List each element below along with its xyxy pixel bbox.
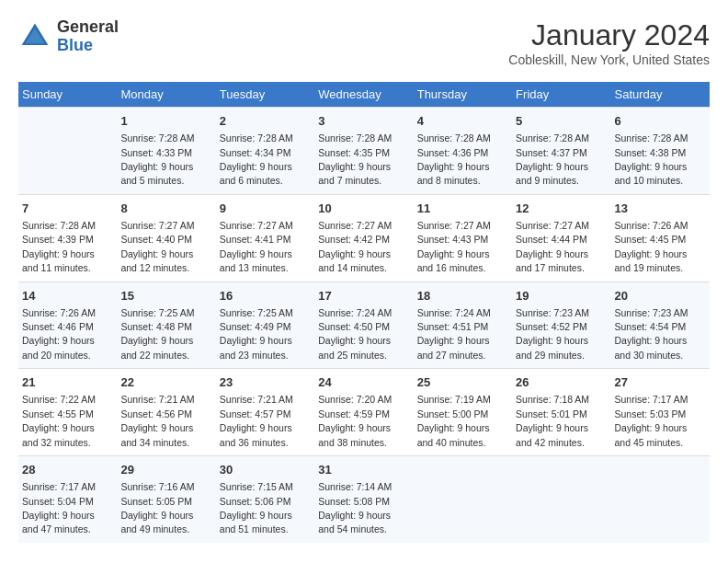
day-number: 29 <box>120 462 211 478</box>
calendar-cell: 2Sunrise: 7:28 AM Sunset: 4:34 PM Daylig… <box>216 108 314 195</box>
weekday-header-tuesday: Tuesday <box>216 82 314 108</box>
calendar-cell: 13Sunrise: 7:26 AM Sunset: 4:45 PM Dayli… <box>611 194 710 282</box>
day-number: 22 <box>120 374 211 391</box>
day-info: Sunrise: 7:25 AM Sunset: 4:49 PM Dayligh… <box>220 307 293 361</box>
day-number: 14 <box>22 288 113 304</box>
day-number: 7 <box>22 201 113 217</box>
day-info: Sunrise: 7:18 AM Sunset: 5:01 PM Dayligh… <box>516 394 589 447</box>
day-info: Sunrise: 7:27 AM Sunset: 4:44 PM Dayligh… <box>516 220 589 273</box>
day-number: 6 <box>615 113 706 130</box>
day-info: Sunrise: 7:27 AM Sunset: 4:42 PM Dayligh… <box>318 220 392 273</box>
day-info: Sunrise: 7:24 AM Sunset: 4:51 PM Dayligh… <box>417 307 491 361</box>
day-info: Sunrise: 7:27 AM Sunset: 4:41 PM Dayligh… <box>220 220 293 273</box>
day-info: Sunrise: 7:15 AM Sunset: 5:06 PM Dayligh… <box>220 481 293 534</box>
location-text: Cobleskill, New York, United States <box>508 52 710 67</box>
day-number: 5 <box>516 113 607 130</box>
day-info: Sunrise: 7:27 AM Sunset: 4:43 PM Dayligh… <box>417 220 491 273</box>
day-number: 15 <box>120 288 211 304</box>
day-info: Sunrise: 7:28 AM Sunset: 4:33 PM Dayligh… <box>120 132 194 186</box>
calendar-cell: 17Sunrise: 7:24 AM Sunset: 4:50 PM Dayli… <box>314 282 413 369</box>
day-number: 23 <box>220 374 311 391</box>
weekday-header-sunday: Sunday <box>18 82 117 108</box>
weekday-header-saturday: Saturday <box>611 82 710 108</box>
day-number: 24 <box>318 374 409 391</box>
day-info: Sunrise: 7:23 AM Sunset: 4:54 PM Dayligh… <box>615 307 688 361</box>
day-number: 25 <box>417 374 508 391</box>
day-info: Sunrise: 7:26 AM Sunset: 4:45 PM Dayligh… <box>615 220 688 273</box>
calendar-cell: 7Sunrise: 7:28 AM Sunset: 4:39 PM Daylig… <box>18 194 117 282</box>
calendar-week-row: 28Sunrise: 7:17 AM Sunset: 5:04 PM Dayli… <box>18 456 710 543</box>
day-number: 4 <box>417 113 508 130</box>
title-block: January 2024 Cobleskill, New York, Unite… <box>508 18 710 67</box>
day-info: Sunrise: 7:25 AM Sunset: 4:48 PM Dayligh… <box>120 307 194 361</box>
day-info: Sunrise: 7:14 AM Sunset: 5:08 PM Dayligh… <box>318 481 392 534</box>
calendar-week-row: 14Sunrise: 7:26 AM Sunset: 4:46 PM Dayli… <box>18 282 710 369</box>
day-info: Sunrise: 7:28 AM Sunset: 4:39 PM Dayligh… <box>22 220 96 273</box>
calendar-cell: 22Sunrise: 7:21 AM Sunset: 4:56 PM Dayli… <box>117 369 215 456</box>
day-number: 11 <box>417 201 508 217</box>
day-number: 17 <box>318 288 409 304</box>
day-number: 16 <box>220 288 311 304</box>
day-number: 26 <box>516 374 607 391</box>
calendar-cell: 11Sunrise: 7:27 AM Sunset: 4:43 PM Dayli… <box>414 194 512 282</box>
weekday-header-wednesday: Wednesday <box>314 82 413 108</box>
calendar-week-row: 21Sunrise: 7:22 AM Sunset: 4:55 PM Dayli… <box>18 369 710 456</box>
calendar-week-row: 7Sunrise: 7:28 AM Sunset: 4:39 PM Daylig… <box>18 194 710 282</box>
calendar-cell: 5Sunrise: 7:28 AM Sunset: 4:37 PM Daylig… <box>512 108 610 195</box>
calendar-cell: 24Sunrise: 7:20 AM Sunset: 4:59 PM Dayli… <box>314 369 413 456</box>
day-info: Sunrise: 7:20 AM Sunset: 4:59 PM Dayligh… <box>318 394 392 447</box>
day-info: Sunrise: 7:21 AM Sunset: 4:56 PM Dayligh… <box>120 394 194 447</box>
day-number: 30 <box>220 462 311 478</box>
day-info: Sunrise: 7:16 AM Sunset: 5:05 PM Dayligh… <box>120 481 194 534</box>
calendar-cell: 30Sunrise: 7:15 AM Sunset: 5:06 PM Dayli… <box>216 456 314 543</box>
calendar-cell <box>414 456 512 543</box>
calendar-cell: 29Sunrise: 7:16 AM Sunset: 5:05 PM Dayli… <box>117 456 215 543</box>
calendar-cell: 9Sunrise: 7:27 AM Sunset: 4:41 PM Daylig… <box>216 194 314 282</box>
day-info: Sunrise: 7:27 AM Sunset: 4:40 PM Dayligh… <box>120 220 194 273</box>
calendar-cell: 27Sunrise: 7:17 AM Sunset: 5:03 PM Dayli… <box>611 369 710 456</box>
day-number: 28 <box>22 462 113 478</box>
logo-text: General Blue <box>57 18 119 55</box>
day-info: Sunrise: 7:17 AM Sunset: 5:04 PM Dayligh… <box>22 481 96 534</box>
calendar-week-row: 1Sunrise: 7:28 AM Sunset: 4:33 PM Daylig… <box>18 108 710 195</box>
day-number: 19 <box>516 288 607 304</box>
day-number: 20 <box>615 288 706 304</box>
day-info: Sunrise: 7:28 AM Sunset: 4:35 PM Dayligh… <box>318 132 392 186</box>
calendar-cell: 28Sunrise: 7:17 AM Sunset: 5:04 PM Dayli… <box>18 456 117 543</box>
day-number: 9 <box>220 201 311 217</box>
calendar-cell <box>18 108 117 195</box>
day-info: Sunrise: 7:17 AM Sunset: 5:03 PM Dayligh… <box>615 394 688 447</box>
day-info: Sunrise: 7:23 AM Sunset: 4:52 PM Dayligh… <box>516 307 589 361</box>
calendar-cell <box>512 456 610 543</box>
calendar-cell: 21Sunrise: 7:22 AM Sunset: 4:55 PM Dayli… <box>18 369 117 456</box>
day-number: 8 <box>120 201 211 217</box>
weekday-header-thursday: Thursday <box>414 82 512 108</box>
logo-general-text: General <box>57 18 119 37</box>
day-info: Sunrise: 7:28 AM Sunset: 4:37 PM Dayligh… <box>516 132 589 186</box>
calendar-cell: 4Sunrise: 7:28 AM Sunset: 4:36 PM Daylig… <box>414 108 512 195</box>
day-number: 1 <box>120 113 211 130</box>
calendar-cell <box>611 456 710 543</box>
day-number: 3 <box>318 113 409 130</box>
calendar-header-row: SundayMondayTuesdayWednesdayThursdayFrid… <box>18 82 710 108</box>
day-number: 27 <box>615 374 706 391</box>
logo: General Blue <box>18 18 119 55</box>
day-info: Sunrise: 7:19 AM Sunset: 5:00 PM Dayligh… <box>417 394 491 447</box>
calendar-cell: 12Sunrise: 7:27 AM Sunset: 4:44 PM Dayli… <box>512 194 610 282</box>
month-title: January 2024 <box>508 18 710 52</box>
calendar-cell: 15Sunrise: 7:25 AM Sunset: 4:48 PM Dayli… <box>117 282 215 369</box>
day-number: 21 <box>22 374 113 391</box>
day-number: 18 <box>417 288 508 304</box>
calendar-cell: 16Sunrise: 7:25 AM Sunset: 4:49 PM Dayli… <box>216 282 314 369</box>
calendar-cell: 20Sunrise: 7:23 AM Sunset: 4:54 PM Dayli… <box>611 282 710 369</box>
calendar-cell: 1Sunrise: 7:28 AM Sunset: 4:33 PM Daylig… <box>117 108 215 195</box>
calendar-cell: 3Sunrise: 7:28 AM Sunset: 4:35 PM Daylig… <box>314 108 413 195</box>
day-info: Sunrise: 7:28 AM Sunset: 4:36 PM Dayligh… <box>417 132 491 186</box>
calendar-cell: 6Sunrise: 7:28 AM Sunset: 4:38 PM Daylig… <box>611 108 710 195</box>
logo-blue-text: Blue <box>57 37 119 55</box>
calendar-cell: 19Sunrise: 7:23 AM Sunset: 4:52 PM Dayli… <box>512 282 610 369</box>
day-number: 2 <box>220 113 311 130</box>
calendar-table: SundayMondayTuesdayWednesdayThursdayFrid… <box>18 82 710 543</box>
weekday-header-friday: Friday <box>512 82 610 108</box>
day-number: 10 <box>318 201 409 217</box>
